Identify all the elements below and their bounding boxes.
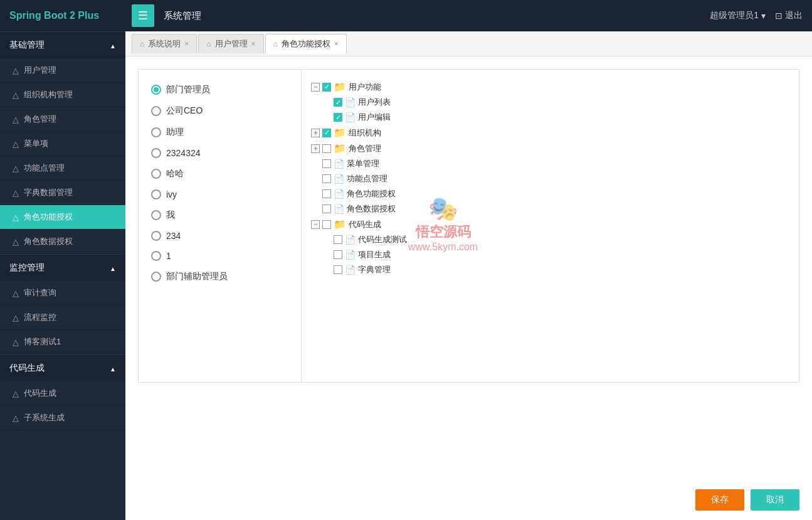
role-item-234[interactable]: 234 [148, 226, 292, 246]
sidebar-group-codegen-arrow [110, 363, 116, 373]
tabs-bar: ⌂ 系统说明 × ⌂ 用户管理 × ⌂ 角色功能授权 × [125, 31, 812, 56]
tree-checkbox-proj-gen[interactable] [334, 250, 342, 259]
node-label: 用户列表 [358, 97, 391, 108]
role-item-wo[interactable]: 我 [148, 204, 292, 226]
home-icon: △ [13, 237, 19, 247]
sidebar-item-org-mgmt[interactable]: △ 组织机构管理 [0, 83, 125, 107]
radio-ceo[interactable] [151, 106, 161, 116]
tree-children-code-gen: 📄 代码生成测试 📄 项目生成 📄 [322, 232, 789, 277]
role-name: 1 [166, 251, 171, 261]
tree-checkbox-org[interactable]: ✓ [322, 129, 331, 137]
sidebar-item-process[interactable]: △ 流程监控 [0, 305, 125, 330]
role-name: 哈哈 [166, 168, 184, 179]
home-icon: △ [13, 337, 19, 347]
logout-button[interactable]: ⊡ 退出 [775, 10, 803, 21]
sidebar-group-monitor-label: 监控管理 [9, 262, 45, 273]
sidebar-item-code-gen[interactable]: △ 代码生成 [0, 381, 125, 406]
sidebar-label: 用户管理 [24, 65, 56, 76]
tree-checkbox-user-func[interactable]: ✓ [322, 83, 331, 92]
tab-user-mgmt[interactable]: ⌂ 用户管理 × [198, 34, 263, 53]
file-icon: 📄 [345, 250, 356, 260]
tree-toggle-org[interactable]: ＋ [311, 129, 320, 137]
content-area: 部门管理员 公司CEO 助理 2324324 [125, 56, 812, 480]
role-item-dept-mgr[interactable]: 部门管理员 [148, 79, 292, 100]
tree-checkbox-func-point[interactable] [322, 174, 331, 183]
content-panel: 部门管理员 公司CEO 助理 2324324 [138, 69, 799, 383]
role-item-1[interactable]: 1 [148, 246, 292, 266]
sidebar-label: 角色管理 [24, 114, 56, 125]
sidebar-group-codegen-label: 代码生成 [9, 363, 45, 374]
tab-label: 角色功能授权 [282, 38, 330, 50]
tab-close-icon[interactable]: × [184, 40, 189, 48]
tree-node-org: ＋ ✓ 📁 组织机构 [311, 125, 789, 141]
radio-haha[interactable] [151, 169, 161, 179]
tree-checkbox-code-gen-test[interactable] [334, 235, 342, 244]
sidebar-item-role-perm[interactable]: △ 角色功能授权 [0, 205, 125, 230]
radio-dept-mgr[interactable] [151, 85, 161, 95]
role-name: 助理 [166, 127, 184, 138]
sidebar-label: 代码生成 [24, 388, 56, 399]
role-item-ceo[interactable]: 公司CEO [148, 100, 292, 122]
tree-checkbox-role-data-auth[interactable] [322, 204, 331, 213]
file-icon: 📄 [345, 235, 356, 245]
role-list-panel: 部门管理员 公司CEO 助理 2324324 [139, 70, 302, 382]
sidebar-item-dict-mgmt[interactable]: △ 字典数据管理 [0, 181, 125, 205]
node-label: 代码生成 [349, 219, 381, 230]
tree-checkbox-dict-mgmt[interactable] [334, 265, 342, 274]
tree-checkbox-menu[interactable] [322, 159, 331, 168]
role-name: 我 [166, 210, 175, 221]
sidebar-item-audit[interactable]: △ 审计查询 [0, 281, 125, 305]
sidebar-group-basic[interactable]: 基础管理 [0, 31, 125, 58]
file-icon: 📄 [345, 97, 356, 107]
sidebar-item-user-mgmt[interactable]: △ 用户管理 [0, 58, 125, 83]
role-item-haha[interactable]: 哈哈 [148, 163, 292, 184]
role-item-asst[interactable]: 助理 [148, 122, 292, 143]
tree-node-func-point: 📄 功能点管理 [311, 171, 789, 186]
tab-close-icon[interactable]: × [334, 40, 339, 48]
tree-checkbox-user-list[interactable]: ✓ [334, 98, 342, 107]
tree-checkbox-role[interactable] [322, 144, 331, 153]
sidebar-item-blog-test[interactable]: △ 博客测试1 [0, 330, 125, 354]
sidebar-item-role-data[interactable]: △ 角色数据授权 [0, 230, 125, 254]
tree-checkbox-code-gen[interactable] [322, 220, 331, 229]
tab-sys-desc[interactable]: ⌂ 系统说明 × [132, 34, 197, 53]
permission-tree-panel: － ✓ 📁 用户功能 ✓ 📄 用户列表 [302, 70, 799, 382]
sidebar-group-codegen[interactable]: 代码生成 [0, 354, 125, 381]
radio-1[interactable] [151, 251, 161, 261]
sidebar-item-menu[interactable]: △ 菜单项 [0, 132, 125, 156]
role-item-ivy[interactable]: ivy [148, 184, 292, 204]
folder-icon: 📁 [334, 142, 346, 154]
tree-toggle-role[interactable]: ＋ [311, 144, 320, 153]
tree-toggle-user-func[interactable]: － [311, 83, 320, 92]
menu-icon: ☰ [138, 9, 148, 23]
cancel-button[interactable]: 取消 [751, 489, 799, 511]
radio-asst[interactable] [151, 127, 161, 137]
radio-ivy[interactable] [151, 189, 161, 199]
tab-close-icon[interactable]: × [251, 40, 256, 48]
home-icon: △ [13, 188, 19, 198]
sidebar-item-func-mgmt[interactable]: △ 功能点管理 [0, 156, 125, 181]
radio-wo[interactable] [151, 210, 161, 220]
menu-toggle-button[interactable]: ☰ [132, 4, 154, 27]
role-item-2324324[interactable]: 2324324 [148, 143, 292, 163]
sidebar-group-monitor[interactable]: 监控管理 [0, 254, 125, 281]
role-name: 部门管理员 [166, 84, 210, 95]
radio-dept-asst-mgr[interactable] [151, 272, 161, 282]
home-icon: △ [13, 413, 19, 423]
tab-role-perm[interactable]: ⌂ 角色功能授权 × [265, 34, 347, 54]
save-button[interactable]: 保存 [695, 489, 744, 511]
node-label: 角色功能授权 [347, 188, 396, 199]
sidebar-item-role-mgmt[interactable]: △ 角色管理 [0, 107, 125, 132]
folder-icon: 📁 [334, 81, 346, 93]
radio-2324324[interactable] [151, 148, 161, 158]
sidebar-item-sub-sys[interactable]: △ 子系统生成 [0, 406, 125, 430]
tree-checkbox-user-edit[interactable]: ✓ [334, 113, 342, 122]
role-item-dept-asst-mgr[interactable]: 部门辅助管理员 [148, 266, 292, 287]
tree-checkbox-role-func-auth[interactable] [322, 189, 331, 198]
tree-toggle-code-gen[interactable]: － [311, 220, 320, 229]
radio-234[interactable] [151, 231, 161, 241]
sidebar-label: 子系统生成 [24, 412, 65, 423]
node-label: 项目生成 [358, 249, 391, 260]
file-icon: 📄 [334, 159, 344, 169]
user-menu[interactable]: 超级管理员1 ▾ [710, 10, 766, 21]
